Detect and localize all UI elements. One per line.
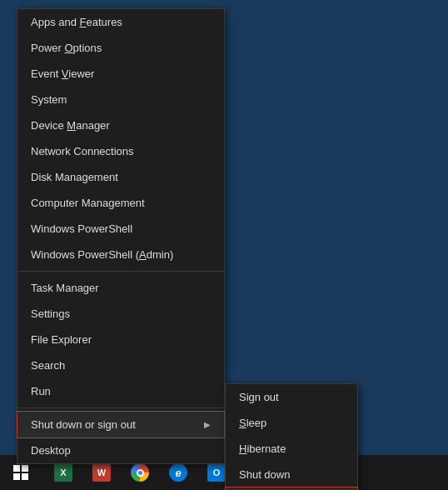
menu-item-settings[interactable]: Settings xyxy=(17,301,224,327)
menu-item-computer-management[interactable]: Computer Management xyxy=(17,190,224,216)
word-icon: W xyxy=(92,463,111,482)
svg-rect-3 xyxy=(22,473,28,480)
menu-item-windows-powershell-admin[interactable]: Windows PowerShell (Admin) xyxy=(17,242,224,268)
menu-item-shutdown-signout[interactable]: Shut down or sign out ▶ xyxy=(17,412,224,438)
excel-icon: X xyxy=(54,463,72,482)
menu-item-label: Windows PowerShell xyxy=(31,222,132,235)
chrome-inner-circle xyxy=(137,469,144,477)
menu-item-label: Windows PowerShell (Admin) xyxy=(31,248,173,261)
submenu-item-hibernate[interactable]: Hibernate xyxy=(226,436,357,462)
submenu-shutdown: Sign out Sleep Hibernate Shut down Resta… xyxy=(225,383,358,490)
menu-item-label: File Explorer xyxy=(31,333,92,346)
menu-item-search[interactable]: Search xyxy=(17,352,224,378)
menu-item-label: Disk Management xyxy=(31,171,118,183)
menu-item-label: Network Connections xyxy=(31,145,134,158)
menu-item-label: Search xyxy=(31,359,65,372)
menu-item-label: Power Options xyxy=(31,42,102,54)
submenu-item-shut-down[interactable]: Shut down xyxy=(226,462,357,488)
menu-item-label: Apps and Features xyxy=(31,16,122,28)
context-menu: Apps and Features Power Options Event Vi… xyxy=(17,8,225,464)
menu-item-event-viewer[interactable]: Event Viewer xyxy=(17,61,224,87)
menu-separator-1 xyxy=(17,271,224,272)
menu-item-label: Shut down or sign out xyxy=(31,418,136,431)
menu-item-task-manager[interactable]: Task Manager xyxy=(17,275,224,301)
menu-item-power-options[interactable]: Power Options xyxy=(17,35,224,61)
submenu-item-sign-out[interactable]: Sign out xyxy=(226,384,357,410)
submenu-item-label: Sign out xyxy=(239,391,279,403)
svg-rect-1 xyxy=(22,465,28,472)
submenu-item-label: Sleep xyxy=(239,417,266,429)
menu-item-label: Desktop xyxy=(31,444,71,457)
menu-item-label: System xyxy=(31,93,67,106)
menu-item-label: Task Manager xyxy=(31,282,99,294)
menu-item-desktop[interactable]: Desktop xyxy=(17,438,224,463)
submenu-item-label: Hibernate xyxy=(239,442,286,455)
menu-item-label: Device Manager xyxy=(31,119,110,132)
svg-rect-0 xyxy=(13,465,20,472)
menu-item-file-explorer[interactable]: File Explorer xyxy=(17,327,224,352)
menu-item-device-manager[interactable]: Device Manager xyxy=(17,112,224,138)
menu-item-windows-powershell[interactable]: Windows PowerShell xyxy=(17,216,224,242)
menu-item-label: Event Viewer xyxy=(31,68,94,80)
menu-item-network-connections[interactable]: Network Connections xyxy=(17,138,224,164)
ie-icon: e xyxy=(169,463,187,482)
chrome-icon xyxy=(131,463,149,482)
menu-item-run[interactable]: Run xyxy=(17,378,224,404)
menu-item-label: Settings xyxy=(31,308,70,320)
windows-icon xyxy=(13,465,28,480)
submenu-item-label: Shut down xyxy=(239,468,290,481)
menu-item-apps-features[interactable]: Apps and Features xyxy=(17,9,224,35)
menu-separator-2 xyxy=(17,408,224,408)
menu-item-label: Run xyxy=(31,385,51,398)
submenu-item-sleep[interactable]: Sleep xyxy=(226,410,357,436)
submenu-arrow-icon: ▶ xyxy=(204,420,211,429)
outlook-icon: O xyxy=(207,463,226,482)
menu-item-disk-management[interactable]: Disk Management xyxy=(17,164,224,190)
menu-item-label: Computer Management xyxy=(31,197,145,209)
svg-rect-2 xyxy=(13,473,20,480)
menu-item-system[interactable]: System xyxy=(17,87,224,112)
